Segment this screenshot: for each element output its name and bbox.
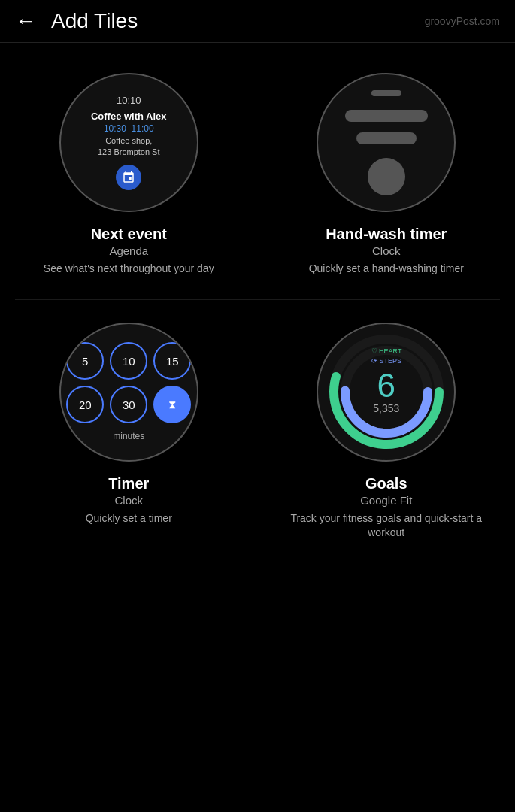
hw-bar-2 bbox=[356, 132, 417, 144]
goals-watch: ♡ HEART ⟳ STEPS 6 5,353 bbox=[317, 323, 456, 462]
calendar-icon bbox=[116, 165, 141, 190]
timer-minutes-label: minutes bbox=[113, 431, 144, 441]
ne-duration: 10:30–11:00 bbox=[104, 123, 154, 134]
svg-text:⟳ STEPS: ⟳ STEPS bbox=[371, 357, 401, 365]
tile-goals[interactable]: ♡ HEART ⟳ STEPS 6 5,353 Goals Google Fit… bbox=[258, 300, 516, 563]
hand-wash-category: Clock bbox=[372, 244, 401, 257]
next-event-name: Next event bbox=[91, 226, 167, 243]
timer-btn-5: 5 bbox=[66, 342, 104, 380]
goals-steps: 5,353 bbox=[373, 402, 399, 414]
timer-desc: Quickly set a timer bbox=[86, 511, 172, 526]
timer-category: Clock bbox=[114, 494, 143, 507]
goals-number: 6 bbox=[377, 369, 395, 402]
back-button[interactable]: ← bbox=[15, 11, 36, 32]
goals-category: Google Fit bbox=[360, 494, 412, 507]
hand-wash-desc: Quickly set a hand-washing timer bbox=[309, 262, 464, 277]
timer-watch: 5 10 15 20 30 ⧗ minutes bbox=[59, 323, 198, 462]
tiles-grid: 10:10 Coffee with Alex 10:30–11:00 Coffe… bbox=[0, 43, 515, 571]
hand-wash-name: Hand-wash timer bbox=[326, 226, 447, 243]
tile-next-event[interactable]: 10:10 Coffee with Alex 10:30–11:00 Coffe… bbox=[0, 50, 258, 299]
goals-desc: Track your fitness goals and quick-start… bbox=[289, 511, 484, 541]
timer-btn-20: 20 bbox=[66, 386, 104, 423]
ne-location: Coffee shop,123 Brompton St bbox=[98, 135, 160, 157]
hw-bar-1 bbox=[345, 110, 428, 122]
svg-text:♡ HEART: ♡ HEART bbox=[371, 347, 401, 355]
goals-rings: ♡ HEART ⟳ STEPS 6 5,353 bbox=[323, 328, 450, 456]
tile-hand-wash[interactable]: Hand-wash timer Clock Quickly set a hand… bbox=[258, 50, 516, 299]
hw-dot bbox=[368, 158, 405, 195]
goals-center: 6 5,353 bbox=[373, 369, 399, 414]
ne-event-title: Coffee with Alex bbox=[91, 111, 167, 122]
goals-name: Goals bbox=[365, 475, 407, 492]
hw-notch bbox=[371, 90, 401, 96]
page-title: Add Tiles bbox=[51, 9, 138, 33]
timer-btn-15: 15 bbox=[153, 342, 191, 380]
timer-name: Timer bbox=[108, 475, 149, 492]
timer-buttons: 5 10 15 20 30 ⧗ bbox=[66, 342, 191, 423]
next-event-category: Agenda bbox=[109, 244, 148, 257]
timer-btn-30: 30 bbox=[110, 386, 147, 423]
header: ← Add Tiles groovyPost.com bbox=[0, 0, 515, 43]
hand-wash-watch bbox=[317, 73, 456, 212]
timer-btn-hourglass: ⧗ bbox=[153, 386, 191, 423]
timer-btn-10: 10 bbox=[110, 342, 147, 380]
tile-timer[interactable]: 5 10 15 20 30 ⧗ minutes Timer Clock Quic… bbox=[0, 300, 258, 563]
next-event-watch: 10:10 Coffee with Alex 10:30–11:00 Coffe… bbox=[59, 73, 198, 212]
next-event-desc: See what's next throughout your day bbox=[44, 262, 214, 277]
ne-time: 10:10 bbox=[117, 95, 141, 106]
watermark: groovyPost.com bbox=[425, 15, 500, 27]
